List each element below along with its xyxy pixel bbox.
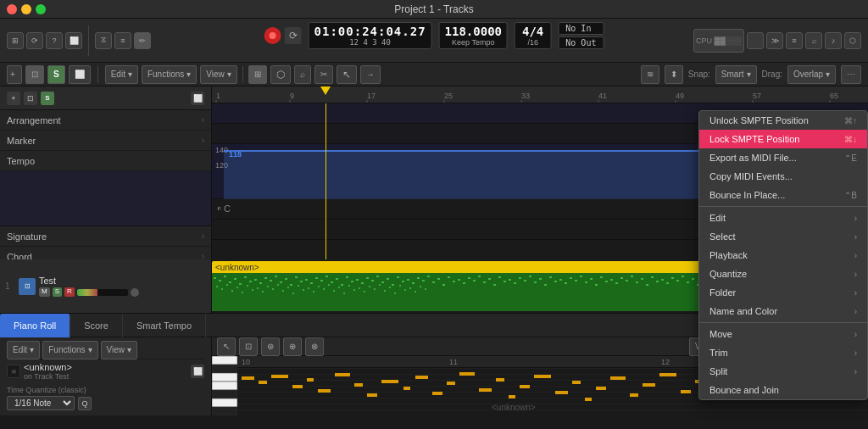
menu-split[interactable]: Split › xyxy=(699,362,867,381)
view-menu[interactable]: View ▾ xyxy=(200,65,237,84)
track-instrument-icon[interactable]: ⊡ xyxy=(19,278,36,295)
minimize-button[interactable] xyxy=(21,4,31,14)
svg-rect-36 xyxy=(285,278,287,280)
s-btn[interactable]: S xyxy=(41,92,54,105)
menu-export-midi[interactable]: Export as MIDI File... ⌃E xyxy=(699,148,867,167)
tool-btn-2[interactable]: ⟳ xyxy=(26,32,43,49)
pr-tool-3[interactable]: ⊛ xyxy=(261,337,280,356)
waveform-btn[interactable]: ≋ xyxy=(641,65,659,84)
quantize-apply-btn[interactable]: Q xyxy=(78,397,92,410)
signature-header[interactable]: Signature › xyxy=(0,226,211,247)
menu-playback[interactable]: Playback › xyxy=(699,246,867,265)
add-track-btn[interactable]: + xyxy=(7,65,22,84)
mute-btn[interactable]: M xyxy=(39,287,50,297)
tempo-header[interactable]: Tempo xyxy=(0,151,211,171)
svg-rect-185 xyxy=(354,383,363,387)
menu-bounce-join[interactable]: Bounce and Join xyxy=(699,381,867,399)
menu-edit[interactable]: Edit › xyxy=(699,209,867,227)
snap-value[interactable]: Smart▾ xyxy=(715,65,757,84)
view-menu-bottom[interactable]: View▾ xyxy=(101,341,138,359)
time-display[interactable]: 01:00:24:04.27 12 4 3 40 xyxy=(309,22,432,49)
pr-tool-2[interactable]: ⊡ xyxy=(239,337,258,356)
tempo-btn[interactable]: ≡ xyxy=(114,32,131,49)
metronome-btn[interactable]: ⧖ xyxy=(95,32,112,49)
tab-piano-roll[interactable]: Piano Roll xyxy=(0,314,70,337)
arrangement-arrow: › xyxy=(202,115,204,125)
svg-text:17: 17 xyxy=(367,92,376,100)
signature-display[interactable]: 4/4 /16 xyxy=(515,22,551,49)
menu-lock-smpte[interactable]: Lock SMPTE Position ⌘↓ xyxy=(699,130,867,148)
marker-header[interactable]: Marker › xyxy=(0,131,211,151)
quantize-select[interactable]: 1/16 Note xyxy=(7,396,75,410)
track-volume-knob[interactable] xyxy=(131,288,139,297)
config-btn[interactable]: ⊡ xyxy=(24,92,37,105)
loop-tool[interactable]: ⌕ xyxy=(294,65,311,84)
scissors-tool[interactable]: ✂ xyxy=(314,65,333,84)
bottom-track-icon: ≋ xyxy=(7,365,20,378)
svg-rect-105 xyxy=(636,281,638,283)
search-btn[interactable]: ⌕ xyxy=(805,32,822,49)
close-button[interactable] xyxy=(7,4,17,14)
menu-folder[interactable]: Folder › xyxy=(699,283,867,302)
menu-trim[interactable]: Trim › xyxy=(699,343,867,362)
cursor-tool[interactable]: ⬡ xyxy=(270,65,291,84)
pr-tool-4[interactable]: ⊕ xyxy=(283,337,302,356)
add-track-btn-left[interactable]: + xyxy=(7,92,20,105)
tool-btn-4[interactable]: ⬜ xyxy=(65,32,82,49)
menu-edit-label: Edit xyxy=(709,213,726,223)
record-button[interactable] xyxy=(264,27,281,44)
playhead-marker xyxy=(320,86,331,95)
pr-tool-1[interactable]: ↖ xyxy=(217,337,236,356)
cpu-monitor[interactable]: CPU ▓▓░░░ xyxy=(693,29,744,53)
right-btn-1[interactable] xyxy=(747,32,764,49)
solo-btn[interactable]: S xyxy=(53,287,62,297)
tool-btn-1[interactable]: ⊞ xyxy=(7,32,24,49)
svg-rect-28 xyxy=(244,276,247,278)
tab-smart-tempo[interactable]: Smart Tempo xyxy=(123,314,206,337)
tracks-letter-btn[interactable]: S xyxy=(47,65,65,84)
menu-playback-label: Playback xyxy=(709,250,748,260)
functions-menu[interactable]: Functions ▾ xyxy=(142,65,197,84)
tool-btn-3[interactable]: ? xyxy=(46,32,63,49)
svg-rect-32 xyxy=(264,277,267,279)
menu-folder-arrow: › xyxy=(854,288,857,298)
collapse-all-btn[interactable]: ⬜ xyxy=(69,65,91,84)
right-btn-2[interactable]: ≫ xyxy=(766,32,783,49)
grid-tool[interactable]: ⊞ xyxy=(248,65,267,84)
menu-move[interactable]: Move › xyxy=(699,325,867,343)
tab-score[interactable]: Score xyxy=(70,314,123,337)
window-controls[interactable] xyxy=(7,4,46,14)
menu-bounce-place[interactable]: Bounce In Place... ⌃B xyxy=(699,186,867,204)
svg-rect-204 xyxy=(643,383,655,387)
more-options[interactable]: ⋯ xyxy=(841,65,861,84)
arrangement-header[interactable]: Arrangement › xyxy=(0,110,211,131)
level-btn[interactable]: ⬍ xyxy=(665,65,683,84)
list-view-btn[interactable]: ≡ xyxy=(786,32,803,49)
ext-btn[interactable]: ⬡ xyxy=(844,32,861,49)
cycle-button[interactable]: ⟳ xyxy=(285,27,302,44)
edit-menu-bottom[interactable]: Edit▾ xyxy=(7,341,40,359)
record-arm-btn[interactable]: R xyxy=(64,287,75,297)
loop-btn[interactable]: ⊡ xyxy=(25,65,44,84)
note-btn[interactable]: ♪ xyxy=(825,32,842,49)
menu-unlock-smpte[interactable]: Unlock SMPTE Position ⌘↑ xyxy=(699,111,867,130)
pr-tool-5[interactable]: ⊗ xyxy=(305,337,324,356)
arrow-tool[interactable]: → xyxy=(360,65,381,84)
maximize-button[interactable] xyxy=(36,4,46,14)
drag-value[interactable]: Overlap▾ xyxy=(787,65,836,84)
in-display: No In xyxy=(558,22,604,35)
functions-menu-bottom[interactable]: Functions▾ xyxy=(42,341,97,359)
pointer-tool[interactable]: ↖ xyxy=(337,65,357,84)
menu-quantize[interactable]: Quantize › xyxy=(699,265,867,283)
edit-menu[interactable]: Edit ▾ xyxy=(105,65,138,84)
panel-settings-btn[interactable]: ⬜ xyxy=(191,92,204,105)
menu-name-color[interactable]: Name and Color › xyxy=(699,302,867,320)
tempo-display[interactable]: 118.0000 Keep Tempo xyxy=(439,22,508,49)
pencil-btn[interactable]: ✏ xyxy=(134,32,151,49)
svg-rect-64 xyxy=(427,276,430,277)
timeline-ruler[interactable]: 1 9 17 25 33 41 49 57 65 xyxy=(212,86,868,103)
menu-copy-midi[interactable]: Copy MIDI Events... xyxy=(699,167,867,186)
bottom-track-settings[interactable]: ⬜ xyxy=(191,365,204,378)
menu-select[interactable]: Select › xyxy=(699,227,867,246)
functions-label: Functions xyxy=(147,70,184,79)
